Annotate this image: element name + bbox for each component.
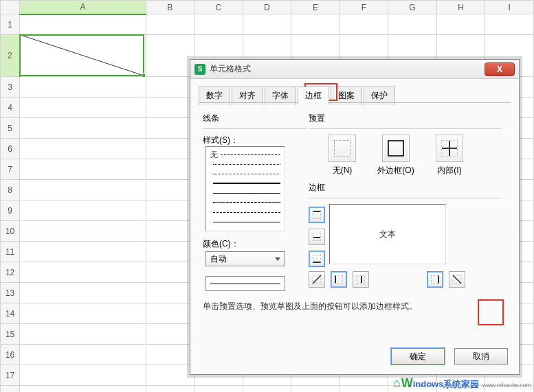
house-icon: ⌂: [393, 376, 401, 391]
border-diag-bltr-button[interactable]: [309, 271, 325, 288]
preset-group-label: 预置: [309, 113, 501, 127]
row-header-14[interactable]: 14: [1, 303, 20, 324]
diag-up-icon: [311, 274, 322, 285]
app-icon: S: [194, 64, 205, 75]
column-header-i[interactable]: I: [485, 1, 534, 14]
row-header-9[interactable]: 9: [1, 200, 20, 221]
row-header-3[interactable]: 3: [1, 77, 20, 97]
ok-button[interactable]: 确定: [391, 348, 445, 365]
row-header-1[interactable]: 1: [1, 14, 20, 35]
line-style-item[interactable]: [210, 159, 280, 169]
row-header-7[interactable]: 7: [1, 159, 20, 180]
svg-line-2: [313, 275, 321, 284]
preset-inner-label: 内部(I): [430, 165, 469, 176]
line-style-item[interactable]: [210, 207, 280, 217]
row-header-6[interactable]: 6: [1, 139, 20, 159]
border-diag-tlbr-button[interactable]: [449, 271, 465, 288]
close-button[interactable]: X: [485, 62, 515, 76]
border-group-label: 边框: [309, 182, 501, 196]
select-all-corner[interactable]: [1, 1, 20, 14]
watermark: ⌂ Windows系统家园 www.nihaotw.com: [393, 376, 531, 391]
chevron-down-icon: [275, 257, 280, 261]
column-header-e[interactable]: E: [291, 1, 340, 14]
row-header-10[interactable]: 10: [1, 221, 20, 242]
line-style-item[interactable]: [210, 217, 280, 227]
line-style-list[interactable]: 无: [205, 146, 285, 231]
border-left-button[interactable]: [331, 271, 347, 288]
row-header-4[interactable]: 4: [1, 97, 20, 118]
dialog-title: 单元格格式: [210, 63, 485, 75]
column-header-b[interactable]: B: [146, 1, 194, 14]
preset-outer-button[interactable]: [382, 135, 410, 162]
dialog-tabs: 数字 对齐 字体 边框 图案 保护: [190, 79, 519, 104]
border-middle-h-button[interactable]: [309, 229, 325, 245]
row-header-16[interactable]: 16: [1, 345, 20, 365]
cancel-button[interactable]: 取消: [454, 348, 508, 365]
line-sample: [205, 276, 285, 291]
column-header-h[interactable]: H: [436, 1, 485, 14]
svg-line-0: [21, 35, 146, 76]
line-style-none[interactable]: 无: [210, 150, 280, 159]
row-header-13[interactable]: 13: [1, 283, 20, 303]
preview-text: 文本: [379, 229, 396, 240]
cell-a2[interactable]: [20, 35, 146, 77]
border-middle-v-button[interactable]: [353, 271, 369, 288]
line-style-item[interactable]: [210, 188, 280, 198]
row-header-15[interactable]: 15: [1, 324, 20, 345]
preset-outer-label: 外边框(O): [376, 165, 416, 176]
row-header-5[interactable]: 5: [1, 118, 20, 139]
diagonal-line-icon: [21, 35, 146, 76]
column-header-a[interactable]: A: [20, 1, 146, 14]
row-header-18[interactable]: 18: [1, 386, 20, 393]
column-header-d[interactable]: D: [243, 1, 291, 14]
line-style-item[interactable]: [210, 198, 280, 207]
column-header-c[interactable]: C: [194, 1, 243, 14]
style-label: 样式(S)：: [203, 135, 306, 146]
svg-line-4: [453, 275, 461, 284]
color-dropdown[interactable]: 自动: [205, 251, 285, 266]
dialog-titlebar[interactable]: S 单元格格式 X: [190, 60, 519, 79]
preset-none-button[interactable]: [329, 135, 356, 162]
border-top-button[interactable]: [309, 207, 325, 223]
line-group-label: 线条: [203, 113, 306, 127]
preset-none-label: 无(N): [322, 165, 362, 176]
row-header-12[interactable]: 12: [1, 262, 20, 283]
column-header-f[interactable]: F: [340, 1, 388, 14]
tab-border[interactable]: 边框: [298, 87, 329, 105]
hint-text: 单击预置选项、预览草图及上面的按钮可以添加边框样式。: [203, 291, 507, 312]
color-value: 自动: [210, 253, 227, 265]
row-header-11[interactable]: 11: [1, 242, 20, 262]
row-header-2[interactable]: 2: [1, 35, 20, 77]
border-right-button[interactable]: [427, 271, 443, 288]
row-header-17[interactable]: 17: [1, 365, 20, 386]
cell-format-dialog: S 单元格格式 X 数字 对齐 字体 边框 图案 保护 线条 样式(S)： 无: [190, 59, 520, 375]
border-preview[interactable]: 文本: [329, 204, 446, 264]
line-style-item[interactable]: [210, 169, 280, 178]
border-bottom-button[interactable]: [309, 251, 325, 267]
diag-down-icon: [452, 274, 463, 285]
line-style-item[interactable]: [210, 178, 280, 188]
color-label: 颜色(C)：: [203, 238, 306, 250]
column-header-g[interactable]: G: [388, 1, 437, 14]
preset-inner-button[interactable]: [436, 135, 463, 162]
row-header-8[interactable]: 8: [1, 180, 20, 200]
